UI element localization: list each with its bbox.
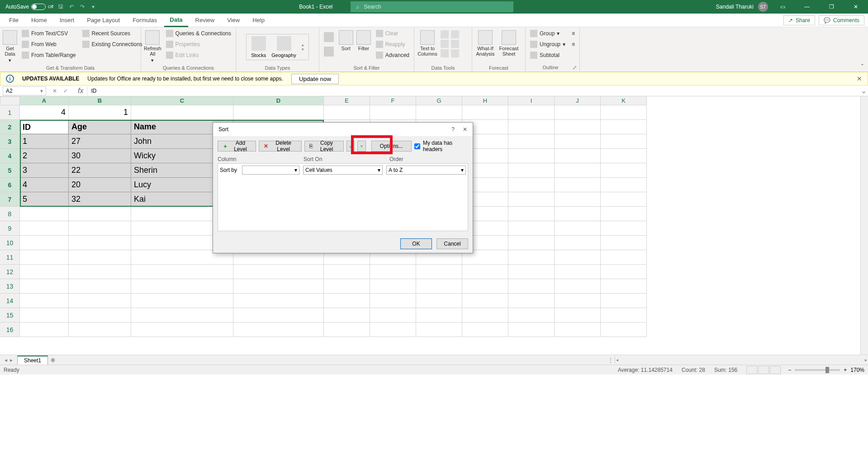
- cell-C15[interactable]: [131, 308, 233, 323]
- cell-K2[interactable]: [601, 120, 647, 134]
- cell-G16[interactable]: [416, 323, 462, 337]
- text-to-columns-button[interactable]: Text to Columns: [417, 28, 438, 57]
- name-box[interactable]: A2▾: [3, 86, 46, 95]
- refresh-all-button[interactable]: Refresh All▾: [144, 28, 161, 63]
- row-header-11[interactable]: 11: [0, 250, 20, 265]
- cell-C16[interactable]: [131, 323, 233, 337]
- cell-E16[interactable]: [324, 323, 370, 337]
- column-header-J[interactable]: J: [555, 96, 601, 105]
- enter-formula-icon[interactable]: ✓: [63, 88, 68, 94]
- add-sheet-button[interactable]: ⊕: [48, 357, 58, 363]
- row-header-16[interactable]: 16: [0, 323, 20, 337]
- from-web-button[interactable]: From Web: [20, 39, 78, 49]
- cell-B3[interactable]: 27: [69, 134, 131, 149]
- row-header-10[interactable]: 10: [0, 236, 20, 250]
- cell-D13[interactable]: [233, 279, 324, 294]
- sortby-select[interactable]: ▾: [242, 166, 299, 175]
- add-level-button[interactable]: ＋Add Level: [218, 141, 256, 152]
- cell-H12[interactable]: [462, 265, 508, 279]
- tab-page-layout[interactable]: Page Layout: [81, 14, 125, 27]
- cell-B11[interactable]: [69, 250, 131, 265]
- consolidate-icon[interactable]: [451, 30, 459, 38]
- tab-data[interactable]: Data: [164, 14, 188, 27]
- column-header-D[interactable]: D: [233, 96, 324, 105]
- cell-K15[interactable]: [601, 308, 647, 323]
- cell-A13[interactable]: [20, 279, 69, 294]
- flash-fill-icon[interactable]: [441, 30, 449, 38]
- cell-B13[interactable]: [69, 279, 131, 294]
- row-header-3[interactable]: 3: [0, 134, 20, 149]
- cell-J11[interactable]: [555, 250, 601, 265]
- cell-B5[interactable]: 22: [69, 163, 131, 178]
- row-header-2[interactable]: 2: [0, 120, 20, 134]
- remove-duplicates-icon[interactable]: [441, 40, 449, 48]
- dialog-close-icon[interactable]: ✕: [463, 126, 467, 133]
- cell-I6[interactable]: [508, 178, 555, 192]
- cell-D15[interactable]: [233, 308, 324, 323]
- cell-D12[interactable]: [233, 265, 324, 279]
- redo-icon[interactable]: ↷: [79, 3, 86, 10]
- page-break-view-button[interactable]: [770, 366, 781, 374]
- cell-H16[interactable]: [462, 323, 508, 337]
- cell-H14[interactable]: [462, 294, 508, 308]
- close-icon[interactable]: ✕: [846, 0, 866, 14]
- cell-J8[interactable]: [555, 207, 601, 221]
- cell-A11[interactable]: [20, 250, 69, 265]
- cell-J12[interactable]: [555, 265, 601, 279]
- cell-J9[interactable]: [555, 221, 601, 236]
- filter-button[interactable]: Filter: [356, 28, 371, 51]
- cell-A15[interactable]: [20, 308, 69, 323]
- update-now-button[interactable]: Update now: [291, 74, 339, 84]
- tab-file[interactable]: File: [4, 14, 24, 27]
- cell-J15[interactable]: [555, 308, 601, 323]
- dialog-help-icon[interactable]: ?: [451, 126, 455, 133]
- row-header-15[interactable]: 15: [0, 308, 20, 323]
- cell-E1[interactable]: [324, 105, 370, 120]
- column-header-G[interactable]: G: [416, 96, 462, 105]
- cell-H1[interactable]: [462, 105, 508, 120]
- clear-filter-button[interactable]: Clear: [374, 28, 411, 38]
- zoom-level[interactable]: 170%: [850, 367, 864, 373]
- cell-K1[interactable]: [601, 105, 647, 120]
- from-text-csv-button[interactable]: From Text/CSV: [20, 28, 78, 38]
- save-icon[interactable]: 🖫: [57, 3, 64, 10]
- cell-I8[interactable]: [508, 207, 555, 221]
- cell-K16[interactable]: [601, 323, 647, 337]
- close-msgbar-icon[interactable]: ✕: [857, 75, 862, 82]
- data-validation-icon[interactable]: [441, 49, 449, 57]
- cell-B12[interactable]: [69, 265, 131, 279]
- row-header-6[interactable]: 6: [0, 178, 20, 192]
- cell-K5[interactable]: [601, 163, 647, 178]
- cell-I3[interactable]: [508, 134, 555, 149]
- row-header-13[interactable]: 13: [0, 279, 20, 294]
- tab-home[interactable]: Home: [26, 14, 52, 27]
- edit-links-button[interactable]: Edit Links: [164, 50, 233, 60]
- collapse-ribbon-button[interactable]: ˇ: [857, 27, 868, 71]
- cell-I13[interactable]: [508, 279, 555, 294]
- autosave-toggle[interactable]: AutoSave Off: [5, 4, 53, 10]
- vertical-scrollbar[interactable]: [860, 96, 868, 355]
- undo-icon[interactable]: ↶: [68, 3, 75, 10]
- cell-C1[interactable]: [131, 105, 233, 120]
- cell-B7[interactable]: 32: [69, 192, 131, 207]
- queries-connections-button[interactable]: Queries & Connections: [164, 28, 233, 38]
- qat-customize-icon[interactable]: ▾: [90, 3, 97, 10]
- get-data-button[interactable]: Get Data▾: [3, 28, 17, 63]
- copy-level-button[interactable]: ⎘Copy Level: [304, 141, 344, 152]
- column-header-C[interactable]: C: [131, 96, 233, 105]
- row-header-4[interactable]: 4: [0, 149, 20, 163]
- row-header-5[interactable]: 5: [0, 163, 20, 178]
- cell-A6[interactable]: 4: [20, 178, 69, 192]
- cell-J14[interactable]: [555, 294, 601, 308]
- group-button[interactable]: Group ▾: [528, 28, 567, 38]
- reapply-button[interactable]: Reapply: [374, 39, 411, 49]
- tab-insert[interactable]: Insert: [54, 14, 80, 27]
- cell-D14[interactable]: [233, 294, 324, 308]
- data-model-icon[interactable]: [451, 49, 459, 57]
- what-if-button[interactable]: What-If Analysis: [475, 28, 496, 57]
- zoom-in-button[interactable]: +: [844, 367, 847, 373]
- zoom-out-button[interactable]: −: [788, 367, 791, 373]
- cancel-button[interactable]: Cancel: [436, 238, 468, 249]
- cell-B8[interactable]: [69, 207, 131, 221]
- cell-B14[interactable]: [69, 294, 131, 308]
